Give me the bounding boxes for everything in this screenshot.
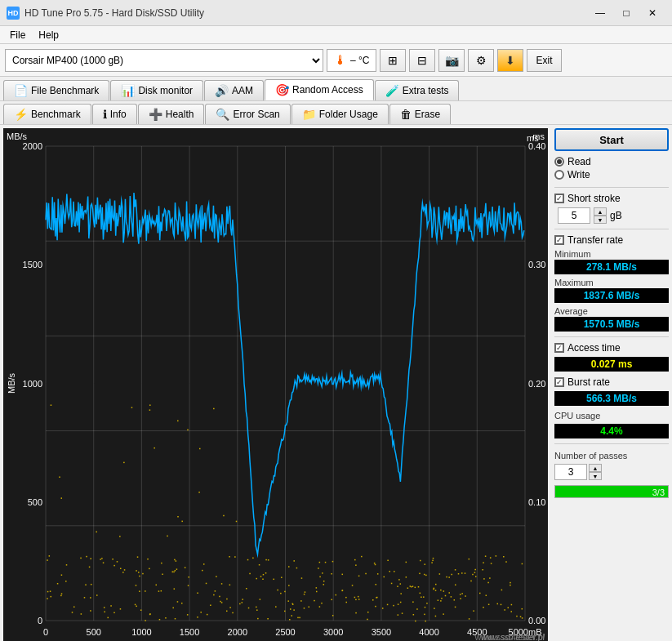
maximum-value: 1837.6 MB/s (554, 288, 669, 303)
read-write-radio-group: Read Write (554, 154, 669, 182)
divider-2 (554, 229, 669, 229)
burst-rate-label: Burst rate (567, 376, 610, 388)
short-stroke-spinner-buttons: ▲ ▼ (594, 207, 607, 224)
tab-erase[interactable]: 🗑 Erase (389, 104, 451, 124)
progress-label: 3/3 (652, 486, 665, 499)
transfer-rate-checkbox-box: ✓ (554, 235, 564, 245)
passes-up-button[interactable]: ▲ (589, 464, 602, 472)
tab-erase-label: Erase (415, 109, 440, 120)
copy-icon[interactable]: ⊞ (380, 49, 406, 72)
drive-select[interactable]: Corsair MP400 (1000 gB) (5, 49, 323, 72)
info-icon: ℹ (103, 108, 107, 121)
read-radio-label: Read (567, 156, 591, 167)
cpu-usage-value: 4.4% (554, 424, 669, 438)
short-stroke-unit: gB (610, 210, 622, 221)
passes-input[interactable] (554, 464, 587, 480)
menu-bar: File Help (0, 26, 672, 44)
screenshot-icon[interactable]: 📷 (438, 49, 465, 72)
short-stroke-checkbox[interactable]: ✓ Short stroke (554, 193, 669, 204)
passes-label: Number of passes (554, 451, 669, 461)
maximum-label: Maximum (554, 278, 669, 287)
tab-extra-tests-label: Extra tests (403, 85, 449, 96)
burst-rate-checkbox-box: ✓ (554, 377, 564, 387)
progress-bar: 3/3 (554, 485, 669, 498)
read-radio-indicator (554, 157, 564, 167)
file-benchmark-icon: 📄 (14, 84, 28, 97)
extra-tests-icon: 🧪 (385, 84, 399, 97)
transfer-rate-checkbox[interactable]: ✓ Transfer rate (554, 234, 669, 246)
menu-help[interactable]: Help (32, 28, 65, 42)
tab-file-benchmark-label: File Benchmark (31, 85, 99, 96)
y-axis-left-label: MB/s (7, 131, 27, 141)
write-radio[interactable]: Write (554, 169, 669, 180)
write-radio-indicator (554, 170, 564, 180)
average-stat: Average 1570.5 MB/s (554, 306, 669, 332)
health-icon: ➕ (149, 108, 162, 121)
divider-4 (554, 443, 669, 444)
title-text: HD Tune Pro 5.75 - Hard Disk/SSD Utility (24, 7, 587, 19)
divider-1 (554, 187, 669, 188)
maximize-button[interactable]: □ (613, 5, 639, 21)
read-radio[interactable]: Read (554, 156, 669, 167)
access-time-value: 0.027 ms (554, 357, 669, 372)
disk-monitor-icon: 📊 (121, 84, 135, 97)
short-stroke-down-button[interactable]: ▼ (594, 216, 607, 224)
folder-usage-icon: 📁 (302, 108, 316, 121)
menu-file[interactable]: File (3, 28, 32, 42)
tab-random-access[interactable]: 🎯 Random Access (265, 79, 374, 100)
minimum-label: Minimum (554, 249, 669, 259)
thermometer-icon: 🌡 (334, 53, 347, 68)
tab-info[interactable]: ℹ Info (92, 104, 137, 124)
progress-bar-fill (555, 486, 668, 497)
tab-health[interactable]: ➕ Health (138, 104, 205, 124)
tab-aam[interactable]: 🔊 AAM (204, 80, 264, 100)
burst-rate-value: 566.3 MB/s (554, 391, 669, 406)
maximum-stat: Maximum 1837.6 MB/s (554, 278, 669, 303)
access-time-label: Access time (567, 342, 621, 354)
short-stroke-checkbox-box: ✓ (554, 194, 564, 203)
average-value: 1570.5 MB/s (554, 317, 669, 332)
short-stroke-label: Short stroke (567, 193, 621, 204)
main-content: MB/s ms www.ssd-tester.pl Start Read Wri… (0, 125, 672, 641)
access-time-checkbox[interactable]: ✓ Access time (554, 342, 669, 354)
short-stroke-spinner-row: ▲ ▼ gB (558, 207, 669, 224)
tab-folder-usage[interactable]: 📁 Folder Usage (291, 104, 389, 124)
burst-rate-checkbox[interactable]: ✓ Burst rate (554, 376, 669, 388)
passes-spinner-buttons: ▲ ▼ (589, 464, 602, 480)
tab-benchmark-label: Benchmark (31, 109, 81, 120)
exit-button[interactable]: Exit (527, 49, 561, 72)
app-icon: HD (7, 7, 20, 20)
aam-icon: 🔊 (215, 84, 229, 97)
paste-icon[interactable]: ⊟ (409, 49, 435, 72)
tab-random-access-label: Random Access (292, 84, 363, 96)
y-axis-right-label: ms (532, 131, 545, 141)
tab-folder-usage-label: Folder Usage (319, 109, 378, 120)
close-button[interactable]: ✕ (639, 5, 665, 21)
tab-aam-label: AAM (232, 85, 253, 96)
temperature-display: 🌡 – °C (327, 49, 376, 72)
tab-disk-monitor[interactable]: 📊 Disk monitor (110, 80, 203, 100)
minimum-value: 278.1 MB/s (554, 260, 669, 274)
minimize-button[interactable]: — (587, 5, 613, 21)
start-button[interactable]: Start (554, 128, 669, 151)
access-time-checkbox-box: ✓ (554, 343, 564, 353)
temperature-value: – °C (350, 55, 369, 66)
cpu-usage-label: CPU usage (554, 411, 669, 421)
short-stroke-up-button[interactable]: ▲ (594, 207, 607, 216)
tab-info-label: Info (110, 109, 127, 120)
chart-canvas (3, 128, 548, 641)
passes-down-button[interactable]: ▼ (589, 472, 602, 480)
tab-benchmark[interactable]: ⚡ Benchmark (3, 104, 91, 124)
title-bar: HD HD Tune Pro 5.75 - Hard Disk/SSD Util… (0, 0, 672, 26)
tab-error-scan[interactable]: 🔍 Error Scan (205, 104, 290, 124)
settings-icon[interactable]: ⚙ (468, 49, 494, 72)
toolbar: Corsair MP400 (1000 gB) 🌡 – °C ⊞ ⊟ 📷 ⚙ ⬇… (0, 44, 672, 77)
tab-file-benchmark[interactable]: 📄 File Benchmark (3, 80, 109, 100)
benchmark-icon: ⚡ (14, 108, 28, 121)
tab-extra-tests[interactable]: 🧪 Extra tests (375, 80, 460, 100)
download-icon[interactable]: ⬇ (497, 49, 523, 72)
tab-bar-1: 📄 File Benchmark 📊 Disk monitor 🔊 AAM 🎯 … (0, 77, 672, 101)
tab-error-scan-label: Error Scan (233, 109, 279, 120)
chart-area: MB/s ms www.ssd-tester.pl (3, 128, 548, 641)
short-stroke-input[interactable] (558, 207, 590, 224)
